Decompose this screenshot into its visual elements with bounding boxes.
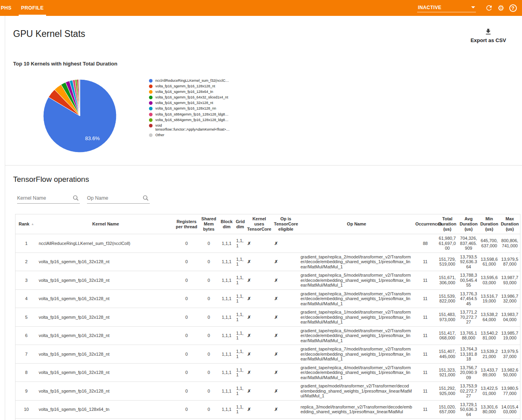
cell-kernel: volta_fp16_sgemm_fp16_32x128_nt <box>37 363 174 382</box>
cell-min: 13,539,221,000 <box>479 345 500 364</box>
column-header-occurrences[interactable]: Occurrences <box>414 214 437 234</box>
cell-min: 13,595,603,000 <box>479 271 500 290</box>
cell-op_tc: ✗ <box>273 252 299 271</box>
cell-op_name <box>299 234 414 253</box>
operations-table: Rank▲Kernel NameRegisters per threadShar… <box>15 214 520 420</box>
legend-label: Other <box>155 133 164 137</box>
legend-label: volta_fp16_s884gemm_fp16_128x128_ldg8… <box>155 112 228 117</box>
column-header-op_name[interactable]: Op Name <box>299 214 414 234</box>
cell-kernel: ncclAllReduceRingLLKernel_sum_f32(ncclCo… <box>37 234 174 253</box>
cell-max: 13,979,537,000 <box>500 345 520 364</box>
column-header-kernel_tc[interactable]: Kernel uses TensorCore <box>246 214 273 234</box>
cell-op_tc: ✗ <box>273 326 299 345</box>
settings-button[interactable]: ⚙ <box>495 2 507 14</box>
cell-op_name: replica_3/model/transformer_v2/Transform… <box>299 400 414 419</box>
cell-occurrences: 11 <box>414 363 437 382</box>
app-bar-controls: INACTIVE ⚙ ? <box>417 0 522 16</box>
help-icon: ? <box>509 4 517 12</box>
cell-op_name: gradient_tape/replica_3/model/transforme… <box>299 289 414 308</box>
op-name-input[interactable] <box>87 194 150 204</box>
legend-item: Other <box>149 133 229 137</box>
export-csv-button[interactable]: Export as CSV <box>470 23 506 43</box>
chevron-down-icon <box>471 6 475 8</box>
cell-max: 13,985,719,000 <box>500 326 520 345</box>
cell-avg: 13,753,902,272.727 <box>458 382 479 401</box>
cell-registers: 0 <box>174 345 199 364</box>
cell-shared_mem: 0 <box>199 326 219 345</box>
cell-kernel: volta_fp16_sgemm_fp16_32x128_nt <box>37 252 174 271</box>
legend-item: void tensorflow::functor::ApplyAdamKerne… <box>149 123 229 132</box>
cell-max: 14,015,403,000 <box>500 400 520 419</box>
column-header-kernel[interactable]: Kernel Name <box>37 214 174 234</box>
chart-title: Top 10 Kernels with highest Total Durati… <box>13 61 515 67</box>
cell-avg: 13,793,592,636.364 <box>458 252 479 271</box>
cell-op_tc: ✗ <box>273 363 299 382</box>
refresh-button[interactable] <box>483 2 495 14</box>
refresh-icon <box>485 4 493 12</box>
cell-block_dim: 1,1,1 <box>219 326 235 345</box>
cell-op_name: gradient_tape/replica_6/model/transforme… <box>299 326 414 345</box>
legend-color-dot <box>149 90 153 94</box>
cell-kernel: volta_fp16_sgemm_fp16_32x128_nt <box>37 382 174 401</box>
column-header-block_dim[interactable]: Block dim <box>219 214 235 234</box>
run-selector[interactable]: INACTIVE <box>417 4 476 12</box>
cell-grid_dim: 1,1,1 <box>235 345 246 364</box>
cell-avg: 13,776,347,454.545 <box>458 289 479 308</box>
cell-block_dim: 1,1,1 <box>219 308 235 327</box>
legend-label: void tensorflow::functor::ApplyAdamKerne… <box>155 123 229 132</box>
table-row: 1ncclAllReduceRingLLKernel_sum_f32(ncclC… <box>15 234 520 253</box>
chart-legend: ncclAllReduceRingLLKernel_sum_f32(ncclC…… <box>149 78 229 157</box>
cell-grid_dim: 1,1,1 <box>235 289 246 308</box>
cell-block_dim: 1,1,1 <box>219 419 235 420</box>
pie-chart: 83.6% <box>42 78 118 157</box>
cell-avg: 13,765,188,000 <box>458 326 479 345</box>
section-title: TensorFlow operations <box>13 172 516 184</box>
cell-occurrences: 11 <box>414 326 437 345</box>
cell-total: 151,292,925,000 <box>437 382 458 401</box>
cell-kernel: volta_fp16_sgemm_fp16_32x128_nt <box>37 289 174 308</box>
cell-op_tc: ✗ <box>273 400 299 419</box>
cell-max: 800,806,741,000 <box>500 234 520 253</box>
kernel-name-input[interactable] <box>17 194 80 204</box>
cell-kernel_tc: ✗ <box>246 363 273 382</box>
app-bar: PHS PROFILE INACTIVE ⚙ ? <box>0 0 522 16</box>
column-header-rank[interactable]: Rank▲ <box>15 214 37 234</box>
cell-total: 151,323,921,000 <box>437 363 458 382</box>
cell-occurrences: 11 <box>414 308 437 327</box>
legend-color-dot <box>149 118 153 122</box>
cell-block_dim: 1,1,1 <box>219 234 235 253</box>
legend-item: volta_fp16_sgemm_fp16_128x64_tn <box>149 90 229 94</box>
cell-op_name: replica_2/model/transformer_v2/Transform… <box>299 419 414 420</box>
tab-graphs-partial[interactable]: PHS <box>0 0 15 16</box>
legend-label: volta_fp16_sgemm_fp16_64x32_sliced1x4_nt <box>155 95 228 100</box>
legend-item: volta_fp16_s884gemm_fp16_128x128_ldg8… <box>149 118 229 122</box>
help-button[interactable]: ? <box>507 2 519 14</box>
cell-grid_dim: 1,1,1 <box>235 252 246 271</box>
cell-avg: 13,771,270,272.727 <box>458 308 479 327</box>
table-filters <box>17 194 516 204</box>
search-icon <box>72 195 79 201</box>
column-header-avg[interactable]: Avg Duration (us) <box>458 214 479 234</box>
cell-rank: 4 <box>15 289 37 308</box>
table-row: 4volta_fp16_sgemm_fp16_32x128_nt001,1,11… <box>15 289 520 308</box>
column-header-total[interactable]: Total Duration (us) <box>437 214 458 234</box>
legend-label: volta_fp16_s884gemm_fp16_128x128_ldg8… <box>155 118 228 122</box>
column-header-grid_dim[interactable]: Grid dim <box>235 214 246 234</box>
cell-shared_mem: 0 <box>199 289 219 308</box>
cell-occurrences: 11 <box>414 252 437 271</box>
cell-grid_dim: 1,1,1 <box>235 271 246 290</box>
download-icon <box>484 28 492 36</box>
column-header-op_tc[interactable]: Op is TensorCore eligible <box>273 214 299 234</box>
tab-profile[interactable]: PROFILE <box>15 0 49 16</box>
column-header-shared_mem[interactable]: Shared Mem bytes <box>199 214 219 234</box>
cell-op_name: gradient_tape/replica_2/model/transforme… <box>299 252 414 271</box>
column-header-registers[interactable]: Registers per thread <box>174 214 199 234</box>
cell-avg: 13,756,720,090.909 <box>458 363 479 382</box>
cell-shared_mem: 0 <box>199 345 219 364</box>
legend-item: volta_fp16_sgemm_fp16_128x128_nn <box>149 106 229 111</box>
column-header-min[interactable]: Min Duration (us) <box>479 214 500 234</box>
column-header-max[interactable]: Max Duration (us) <box>500 214 520 234</box>
cell-shared_mem: 0 <box>199 363 219 382</box>
page-title: GPU Kernel Stats <box>13 23 85 39</box>
cell-min: 13,422,501,000 <box>479 382 500 401</box>
